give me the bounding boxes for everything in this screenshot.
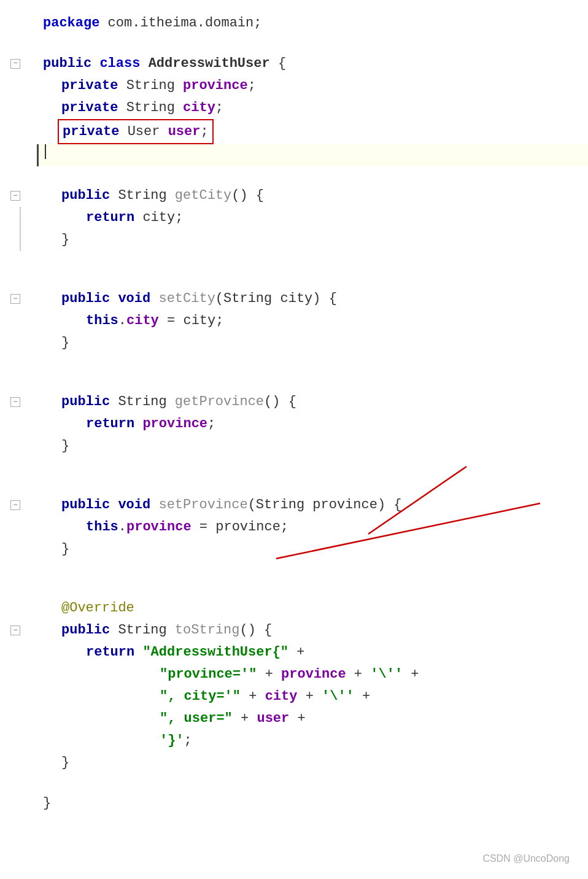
code-text: } [61,229,69,250]
code-text: } [61,752,69,773]
code-text: public String getProvince() { [61,391,296,412]
line-setProvince-decl: − public void setProvince(String provinc… [37,494,588,516]
line-empty-3 [37,251,588,269]
code-text: } [61,538,69,560]
line-return-province: return province; [37,413,588,435]
collapse-gutter-setCity[interactable]: − [9,293,21,305]
collapse-gutter-toString[interactable]: − [9,624,21,637]
code-text: ", city='" + city + '\'' + [160,686,370,707]
line-field-user: private User user; [37,119,588,144]
line-this-city: this.city = city; [37,310,588,332]
line-close-class: } [37,792,588,815]
line-empty-4 [37,354,588,373]
line-class-decl: − public class AddresswithUser { [37,53,588,75]
line-return-tostring: return "AddresswithUser{" + [37,641,588,664]
line-close-toString: } [37,752,588,774]
line-package: package com.itheima.domain; [37,12,588,34]
code-text: public String getCity() { [61,185,264,206]
code-text: this.city = city; [86,310,223,331]
line-override: @Override [37,597,588,619]
code-text: "province='" + province + '\'' + [160,664,419,685]
code-text: ", user=" + user + [160,708,306,729]
code-text: public void setCity(String city) { [61,288,337,309]
boxed-user-field: private User user; [58,119,214,144]
line-close-getCity: } [37,229,588,251]
line-str-close: '}'; [37,730,588,752]
code-text: package com.itheima.domain; [43,12,261,34]
line-field-city: private String city; [37,97,588,119]
code-text: @Override [61,597,134,619]
line-return-city: return city; [37,207,588,229]
code-text: } [61,332,69,354]
code-editor: package com.itheima.domain; − public cla… [0,0,588,879]
code-text: } [61,435,69,457]
line-empty-7 [37,774,588,792]
line-this-province: this.province = province; [37,516,588,538]
line-empty-3b [37,269,588,288]
code-text: private String city; [61,97,223,118]
collapse-gutter-getCity[interactable]: − [9,190,21,202]
line-setCity-decl: − public void setCity(String city) { [37,288,588,310]
line-cursor [37,144,588,166]
line-empty-5 [37,457,588,476]
code-text: private String province; [61,75,256,96]
code-text: '}'; [160,730,192,751]
watermark: CSDN @UncoDong [482,851,570,867]
code-text: } [43,792,51,814]
line-str-user: ", user=" + user + [37,708,588,730]
code-text: private User user; [63,124,209,139]
collapse-gutter-getProvince[interactable]: − [9,396,21,408]
line-empty-4b [37,373,588,391]
line-empty-5b [37,476,588,494]
line-getCity-decl: − public String getCity() { [37,185,588,207]
line-close-getProvince: } [37,435,588,457]
code-text: return city; [86,207,183,228]
line-field-province: private String province; [37,75,588,97]
line-empty-6 [37,560,588,579]
code-text: public class AddresswithUser { [43,53,286,74]
line-close-setCity: } [37,332,588,354]
line-empty-6b [37,579,588,597]
line-toString-decl: − public String toString() { [37,619,588,641]
code-text: return "AddresswithUser{" + [86,641,304,663]
line-getProvince-decl: − public String getProvince() { [37,391,588,413]
line-str-province: "province='" + province + '\'' + [37,664,588,686]
line-str-city: ", city='" + city + '\'' + [37,686,588,708]
collapse-gutter-setProvince[interactable]: − [9,499,21,511]
code-text: public String toString() { [61,619,272,641]
line-empty-2 [37,166,588,185]
line-empty-1 [37,34,588,53]
line-close-setProvince: } [37,538,588,560]
cursor-bar [45,144,46,159]
code-text: public void setProvince(String province)… [61,494,402,516]
code-text: return province; [86,413,215,435]
collapse-gutter-class[interactable]: − [9,58,21,70]
code-text: this.province = province; [86,516,288,538]
